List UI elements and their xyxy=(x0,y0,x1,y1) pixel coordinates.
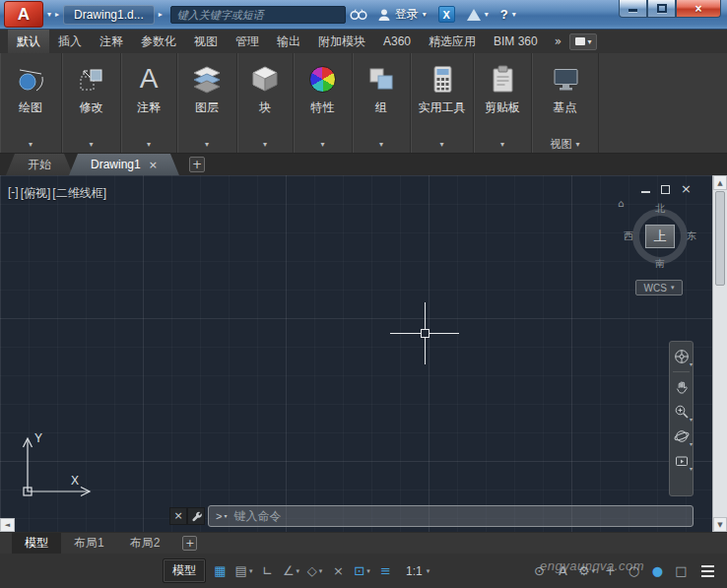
view-orientation-button[interactable]: [俯视] xyxy=(21,185,51,202)
groups-panel-expander[interactable]: ▾ xyxy=(353,135,410,153)
visual-style-button[interactable]: [二维线框] xyxy=(52,185,106,202)
command-input[interactable] xyxy=(233,509,686,523)
customize-menu-button[interactable] xyxy=(695,560,719,582)
compass-south-label[interactable]: 南 xyxy=(655,257,665,271)
wcs-dropdown[interactable]: WCS ▾ xyxy=(635,280,683,295)
groups-panel-button[interactable]: 组 xyxy=(366,58,396,114)
clipboard-panel-expander[interactable]: ▾ xyxy=(474,135,531,153)
auto-scale-icon[interactable]: A xyxy=(554,560,572,581)
ribbon-tab-a360[interactable]: A360 xyxy=(374,30,420,53)
show-motion-button[interactable]: ▾ xyxy=(672,450,691,472)
ribbon-tab-insert[interactable]: 插入 xyxy=(49,30,91,53)
close-tab-icon[interactable]: × xyxy=(149,159,158,171)
maximize-button[interactable] xyxy=(647,0,676,18)
base-view-button[interactable]: 基点 xyxy=(551,58,580,114)
zoom-button[interactable]: ▾ xyxy=(672,401,691,423)
object-snap-icon[interactable]: ⊡▾ xyxy=(353,560,371,581)
layers-panel-button[interactable]: 图层 xyxy=(191,58,223,114)
compass-east-label[interactable]: 东 xyxy=(687,229,696,243)
block-panel-expander[interactable]: ▾ xyxy=(237,135,293,153)
close-button[interactable]: × xyxy=(676,0,721,18)
horizontal-scroll-left-button[interactable]: ◄ xyxy=(0,518,15,532)
chevron-down-icon[interactable]: ▾ xyxy=(592,567,596,575)
scrollbar-thumb[interactable] xyxy=(715,191,725,286)
layout-tab-model[interactable]: 模型 xyxy=(12,533,61,554)
lineweight-icon[interactable]: ≡ xyxy=(376,560,395,581)
snap-icon[interactable]: ▤▾ xyxy=(234,560,253,581)
block-panel-button[interactable]: 块 xyxy=(250,58,280,114)
command-input-area[interactable]: >▾ xyxy=(208,505,694,527)
orbit-button[interactable]: ▾ xyxy=(672,425,691,447)
new-layout-button[interactable]: + xyxy=(182,536,197,551)
minimize-button[interactable] xyxy=(619,0,647,18)
workspace-gear-icon[interactable]: ⚙▾ xyxy=(577,560,596,581)
a360-icon[interactable] xyxy=(467,9,481,21)
annotation-panel-button[interactable]: A 注释 xyxy=(137,58,161,114)
drawing-canvas[interactable]: [-] [俯视] [二维线框] × ⌂ 北 南 西 东 上 WCS ▾ ▾ xyxy=(0,175,727,532)
drawing-minimize-icon[interactable] xyxy=(641,191,650,193)
properties-panel-expander[interactable]: ▾ xyxy=(294,135,352,153)
clipboard-panel-button[interactable]: 剪贴板 xyxy=(485,58,520,114)
a360-arrow-icon[interactable]: ▾ xyxy=(485,10,489,19)
pan-button[interactable] xyxy=(672,376,691,398)
application-menu-button[interactable]: A xyxy=(4,1,43,28)
ortho-icon[interactable]: ∟ xyxy=(258,560,277,581)
help-icon[interactable]: ? xyxy=(500,7,508,22)
ribbon-display-toggle[interactable]: ▾ xyxy=(569,33,597,50)
layout-tab-layout1[interactable]: 布局1 xyxy=(61,533,117,554)
compass-north-label[interactable]: 北 xyxy=(655,202,665,216)
draw-panel-expander[interactable]: ▾ xyxy=(0,135,61,153)
vertical-scrollbar[interactable]: ▲ ▼ xyxy=(712,175,727,532)
app-menu-arrow-icon[interactable]: ▾ xyxy=(47,10,51,19)
polar-tracking-icon[interactable]: ∠▾ xyxy=(282,560,300,581)
ribbon-tab-featured-apps[interactable]: 精选应用 xyxy=(420,30,485,53)
ribbon-tab-parametric[interactable]: 参数化 xyxy=(132,30,185,53)
annotation-visibility-icon[interactable]: ⊙ xyxy=(530,560,549,581)
home-icon[interactable]: ⌂ xyxy=(618,198,624,209)
view-panel-expander[interactable]: 视图 ▾ xyxy=(532,135,598,153)
command-customize-icon[interactable] xyxy=(187,507,205,525)
ribbon-tab-view[interactable]: 视图 xyxy=(185,30,227,53)
ribbon-tab-default[interactable]: 默认 xyxy=(8,30,49,53)
viewport-menu-button[interactable]: [-] xyxy=(8,185,19,202)
help-arrow-icon[interactable]: ▾ xyxy=(512,10,516,19)
binoculars-search-icon[interactable] xyxy=(350,8,367,21)
drawing-close-icon[interactable]: × xyxy=(681,183,692,195)
clean-screen-icon[interactable]: □ xyxy=(672,560,691,581)
ribbon-tab-output[interactable]: 输出 xyxy=(268,30,309,53)
model-space-button[interactable]: 模型 xyxy=(163,558,206,583)
grid-icon[interactable]: ▦ xyxy=(211,560,230,581)
scroll-up-button[interactable]: ▲ xyxy=(713,175,727,190)
scroll-down-button[interactable]: ▼ xyxy=(713,517,727,532)
navigation-wheel-button[interactable]: ▾ xyxy=(672,346,691,367)
drawing-restore-icon[interactable] xyxy=(661,185,670,194)
properties-panel-button[interactable]: 特性 xyxy=(309,58,336,114)
ribbon-tab-addins[interactable]: 附加模块 xyxy=(309,30,374,53)
help-search-field[interactable] xyxy=(170,6,346,24)
recent-commands-icon[interactable]: >▾ xyxy=(216,510,227,522)
object-snap-tracking-icon[interactable]: × xyxy=(329,560,348,581)
utilities-panel-expander[interactable]: ▾ xyxy=(411,135,473,153)
exchange-apps-icon[interactable]: X xyxy=(438,6,455,23)
file-tab-drawing1[interactable]: Drawing1 × xyxy=(69,154,179,175)
quick-access-arrow-icon[interactable]: ▸ xyxy=(55,10,59,19)
chevron-down-icon[interactable]: ▾ xyxy=(366,567,370,575)
chevron-down-icon[interactable]: ▾ xyxy=(297,567,300,575)
isometric-drafting-icon[interactable]: ◇▾ xyxy=(305,560,324,581)
ucs-icon[interactable]: Y X xyxy=(8,424,102,502)
ribbon-tab-manage[interactable]: 管理 xyxy=(227,30,268,53)
quick-access-customize-icon[interactable]: ▸ xyxy=(159,10,163,19)
compass-west-label[interactable]: 西 xyxy=(624,229,633,243)
command-close-icon[interactable]: × xyxy=(169,507,187,525)
view-cube[interactable]: ⌂ 北 南 西 东 上 xyxy=(627,203,694,270)
draw-panel-button[interactable]: 绘图 xyxy=(16,58,45,114)
modify-panel-expander[interactable]: ▾ xyxy=(62,135,120,153)
utilities-panel-button[interactable]: 实用工具 xyxy=(419,58,466,114)
chevron-down-icon[interactable]: ▾ xyxy=(319,567,323,575)
sign-in-button[interactable]: 登录 ▾ xyxy=(377,6,427,23)
annotation-monitor-icon[interactable]: + xyxy=(601,560,620,581)
scrollbar-track[interactable] xyxy=(713,287,727,517)
modify-panel-button[interactable]: 修改 xyxy=(77,58,106,114)
search-input[interactable] xyxy=(177,9,339,21)
view-cube-top-face[interactable]: 上 xyxy=(645,225,675,248)
